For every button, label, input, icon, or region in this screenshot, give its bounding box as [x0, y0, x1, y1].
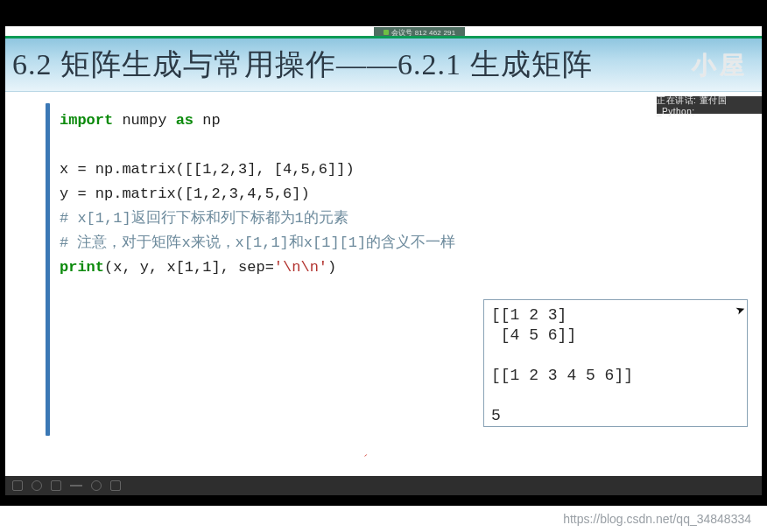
- line-x: x = np.matrix([[1,2,3], [4,5,6]]): [60, 161, 355, 178]
- line-y: y = np.matrix([1,2,3,4,5,6]): [60, 186, 310, 202]
- print-close: ): [327, 259, 336, 276]
- kw-as: as: [176, 112, 194, 129]
- slide-title: 6.2 矩阵生成与常用操作——6.2.1 生成矩阵: [12, 45, 593, 85]
- txt-numpy: numpy: [113, 112, 175, 129]
- output-box: [[1 2 3] [4 5 6]] [[1 2 3 4 5 6]] 5: [483, 299, 748, 427]
- line-icon[interactable]: [70, 485, 82, 486]
- txt-np: np: [194, 112, 221, 129]
- kw-print: print: [60, 259, 104, 276]
- circle-icon[interactable]: [32, 480, 42, 491]
- comment-2: # 注意，对于矩阵x来说，x[1,1]和x[1][1]的含义不一样: [60, 234, 455, 251]
- watermark-text: 小屋: [692, 49, 748, 82]
- pen-icon[interactable]: [12, 480, 23, 491]
- title-band: 6.2 矩阵生成与常用操作——6.2.1 生成矩阵: [5, 36, 762, 92]
- print-args: (x, y, x[1,1], sep=: [104, 259, 274, 276]
- stage: 会议号 812 462 291 6.2 矩阵生成与常用操作——6.2.1 生成矩…: [0, 0, 767, 532]
- more-icon[interactable]: [110, 480, 121, 491]
- eraser-icon[interactable]: [91, 480, 102, 491]
- kw-import: import: [60, 112, 113, 129]
- comment-1: # x[1,1]返回行下标和列下标都为1的元素: [60, 210, 348, 227]
- red-mark: ˊ: [361, 453, 366, 466]
- rect-icon[interactable]: [51, 480, 61, 491]
- toolbar: [5, 476, 762, 495]
- cell-run-bar: [46, 103, 50, 436]
- output-text: [[1 2 3] [4 5 6]] [[1 2 3 4 5 6]] 5: [491, 306, 633, 424]
- str-sep: '\n\n': [274, 259, 327, 276]
- signal-icon: [384, 30, 389, 35]
- code-block: import numpy as np x = np.matrix([[1,2,3…: [60, 108, 455, 280]
- footer-url: https://blog.csdn.net/qq_34848334: [563, 512, 751, 526]
- footer: https://blog.csdn.net/qq_34848334: [0, 506, 767, 532]
